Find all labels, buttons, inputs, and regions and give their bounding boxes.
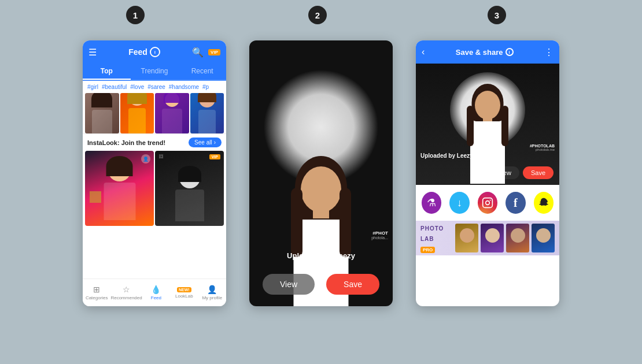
phone3-header: ‹ Save & share i ⋮: [416, 40, 559, 64]
footer-looklab[interactable]: NEW! LookLab: [170, 287, 198, 299]
p3-save-button[interactable]: Save: [523, 166, 554, 179]
pro-badge: PRO: [420, 247, 435, 253]
photolab-logo: PHOTO LAB PRO: [420, 222, 451, 254]
hamburger-icon[interactable]: ☰: [88, 47, 97, 58]
uploader-name: Leezy: [334, 251, 355, 260]
uploaded-by-text: Uploaded by Leezy: [249, 251, 393, 260]
view-button[interactable]: View: [263, 274, 315, 295]
tab-recent[interactable]: Recent: [178, 64, 226, 80]
phone2-content: #PHOT photola... Uploaded by Leezy View …: [249, 40, 393, 306]
back-arrow-icon[interactable]: ‹: [422, 47, 425, 57]
photo-1[interactable]: [85, 93, 119, 133]
footer-label-recommended: Recommended: [110, 295, 142, 300]
uploaded-prefix: Uploaded by: [287, 251, 334, 260]
download-icon[interactable]: ↓: [449, 192, 469, 214]
feed-icon: 💧: [151, 285, 161, 294]
hashtag-5[interactable]: #handsome: [169, 84, 199, 90]
new-badge: NEW!: [177, 287, 191, 292]
phone3-title: Save & share i: [456, 48, 514, 57]
phone3-photo: #PHOTOLAB photolab.me Uploaded by Leezy …: [416, 64, 559, 185]
phone-1: ☰ Feed i 🔍 VIP Top Trending Recent #girl…: [83, 40, 226, 306]
phone2-watermark: #PHOT photola...: [371, 231, 388, 240]
p3-wm-hash: #PHOTOLAB: [530, 144, 555, 148]
art-user-icon-1: 👤: [141, 154, 150, 164]
footer-label-profile: My profile: [202, 295, 222, 300]
phone1-header: ☰ Feed i 🔍 VIP: [83, 40, 226, 64]
search-icon[interactable]: 🔍: [192, 47, 204, 58]
header-icons: 🔍 VIP: [192, 47, 220, 58]
tab-trending[interactable]: Trending: [131, 64, 179, 80]
pl-avatar-2: [481, 224, 504, 252]
step-1-badge: 1: [126, 6, 145, 24]
phone3-watermark: #PHOTOLAB photolab.me: [530, 144, 555, 151]
pl-avatar-3: [506, 224, 529, 252]
svg-point-2: [490, 199, 491, 200]
flask-share-icon[interactable]: ⚗: [422, 192, 441, 214]
phone1-footer: ⊞ Categories ☆ Recommended 💧 Feed NEW! L…: [83, 278, 226, 306]
tab-top[interactable]: Top: [83, 64, 131, 80]
feed-title-group: Feed i: [128, 47, 160, 57]
footer-feed[interactable]: 💧 Feed: [142, 285, 170, 300]
pl-avatar-1: [455, 224, 478, 252]
vip-badge-art: VIP: [209, 154, 220, 159]
hashtag-row: #girl #beautiful #love #saree #handsome …: [83, 81, 226, 93]
watermark-site: photola...: [371, 236, 388, 240]
footer-label-looklab: LookLab: [175, 294, 193, 299]
save-button[interactable]: Save: [326, 274, 379, 295]
more-icon[interactable]: ⋮: [544, 47, 554, 58]
hashtag-4[interactable]: #saree: [147, 84, 165, 90]
save-share-title: Save & share: [456, 48, 503, 57]
svg-rect-0: [483, 198, 493, 208]
art-1[interactable]: 👤: [85, 151, 154, 226]
instalook-text: InstaLook: Join the trend!: [87, 139, 165, 146]
hashtag-3[interactable]: #love: [130, 84, 144, 90]
see-all-button[interactable]: See all ›: [189, 138, 222, 147]
p3-wm-site: photolab.me: [530, 148, 555, 151]
phone-3: ‹ Save & share i ⋮: [416, 40, 559, 306]
facebook-share-icon[interactable]: f: [506, 192, 525, 214]
info-icon[interactable]: i: [150, 47, 160, 57]
footer-recommended[interactable]: ☆ Recommended: [110, 285, 142, 300]
watermark-hash: #PHOT: [371, 231, 388, 236]
phone2-buttons: View Save: [249, 274, 393, 295]
recommended-icon: ☆: [123, 285, 130, 294]
phone3-content: #PHOTOLAB photolab.me Uploaded by Leezy …: [416, 64, 559, 185]
photolab-avatars: [455, 224, 555, 252]
hashtag-6[interactable]: #p: [202, 84, 209, 90]
art-grid: 👤 🖼 VIP: [83, 151, 226, 226]
art-2[interactable]: 🖼 VIP: [155, 151, 224, 226]
phone-2: #PHOT photola... Uploaded by Leezy View …: [249, 40, 393, 306]
tabs-row: Top Trending Recent: [83, 64, 226, 81]
feed-title: Feed: [128, 47, 147, 57]
step-3-badge: 3: [488, 6, 506, 24]
footer-label-categories: Categories: [86, 295, 108, 300]
instalook-bar: InstaLook: Join the trend! See all ›: [83, 133, 226, 151]
photo-3[interactable]: [155, 93, 189, 133]
footer-profile[interactable]: 👤 My profile: [198, 285, 226, 300]
profile-icon: 👤: [207, 285, 217, 294]
hashtag-1[interactable]: #girl: [87, 84, 98, 90]
categories-icon: ⊞: [93, 285, 100, 294]
main-container: 1 2 3 ☰ Feed i 🔍 VIP Top Trending Recent: [0, 0, 642, 364]
photo-grid: [83, 93, 226, 133]
snapchat-share-icon[interactable]: [534, 192, 554, 214]
pl-avatar-4: [532, 224, 555, 252]
info-icon-p3[interactable]: i: [506, 48, 514, 56]
footer-categories[interactable]: ⊞ Categories: [83, 285, 110, 300]
photolab-banner[interactable]: PHOTO LAB PRO: [416, 221, 559, 255]
vip-badge: VIP: [208, 49, 220, 55]
step-2-badge: 2: [308, 6, 327, 24]
share-icons-row: ⚗ ↓ f: [416, 185, 559, 221]
instagram-share-icon[interactable]: [478, 192, 497, 214]
hashtag-2[interactable]: #beautiful: [102, 84, 127, 90]
footer-label-feed: Feed: [151, 295, 161, 300]
photo-4[interactable]: [190, 93, 224, 133]
photo-2[interactable]: [120, 93, 154, 133]
svg-point-1: [486, 201, 490, 205]
